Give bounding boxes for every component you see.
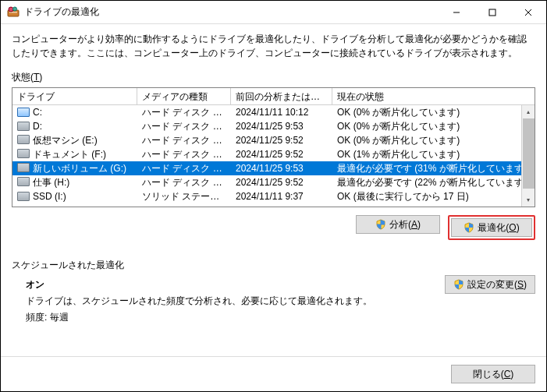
drive-name: ドキュメント (F:) xyxy=(33,149,106,160)
status-label-suffix: ) xyxy=(39,72,42,83)
drive-icon xyxy=(17,122,30,131)
status-label-prefix: 状態( xyxy=(12,72,34,83)
drive-icon xyxy=(17,135,30,144)
table-row[interactable]: C:ハード ディスク ドライブ2024/11/11 10:12OK (0% が断… xyxy=(12,105,535,119)
svg-rect-5 xyxy=(489,9,495,16)
shield-icon xyxy=(375,219,386,230)
titlebar: ドライブの最適化 xyxy=(1,1,546,24)
analyze-button[interactable]: 分析(A) xyxy=(356,215,440,234)
settings-label: 設定の変更(S) xyxy=(467,278,527,291)
status-label: 状態(T) xyxy=(12,71,535,84)
drive-last: 2024/11/25 9:53 xyxy=(231,120,332,132)
col-drive[interactable]: ドライブ xyxy=(12,88,137,104)
maximize-button[interactable] xyxy=(474,1,510,24)
table-row[interactable]: ドキュメント (F:)ハード ディスク ドライブ2024/11/25 9:52O… xyxy=(12,147,535,161)
drive-media: ハード ディスク ドライブ xyxy=(137,175,231,190)
table-row[interactable]: 新しいボリューム (G:)ハード ディスク ドライブ2024/11/25 9:5… xyxy=(12,161,535,175)
scroll-down-icon[interactable]: ▾ xyxy=(522,193,535,207)
close-dialog-button[interactable]: 閉じる(C) xyxy=(451,365,535,383)
drive-media: ハード ディスク ドライブ xyxy=(137,105,231,120)
schedule-desc: ドライブは、スケジュールされた頻度で分析され、必要に応じて最適化されます。 xyxy=(26,295,535,308)
table-row[interactable]: 仮想マシン (E:)ハード ディスク ドライブ2024/11/25 9:52OK… xyxy=(12,133,535,147)
change-settings-button[interactable]: 設定の変更(S) xyxy=(445,275,535,294)
drive-media: ハード ディスク ドライブ xyxy=(137,119,231,134)
drive-name: 仕事 (H:) xyxy=(33,177,69,188)
minimize-button[interactable] xyxy=(439,1,474,24)
app-icon xyxy=(7,6,20,19)
shield-icon xyxy=(464,222,474,233)
drive-media: ハード ディスク ドライブ xyxy=(137,161,231,176)
drive-name: C: xyxy=(33,107,42,118)
analyze-label: 分析(A) xyxy=(389,218,421,231)
drive-icon xyxy=(17,163,30,172)
drive-last: 2024/11/11 10:12 xyxy=(231,106,332,118)
drive-status: OK (0% が断片化しています) xyxy=(332,119,535,134)
optimize-highlight: 最適化(O) xyxy=(448,215,535,240)
shield-icon xyxy=(453,279,464,290)
drive-listview[interactable]: ドライブ メディアの種類 前回の分析または最... 現在の状態 C:ハード ディ… xyxy=(12,87,535,207)
drive-last: 2024/11/25 9:52 xyxy=(231,176,332,189)
scroll-up-icon[interactable]: ▴ xyxy=(522,105,535,118)
drive-media: ハード ディスク ドライブ xyxy=(137,147,231,162)
drive-last: 2024/11/25 9:52 xyxy=(231,148,332,161)
drive-status: OK (0% が断片化しています) xyxy=(332,133,535,148)
drive-icon xyxy=(17,177,30,186)
description-text: コンピューターがより効率的に動作するようにドライブを最適化したり、ドライブを分析… xyxy=(12,32,535,60)
drive-status: 最適化が必要です (31% が断片化しています) xyxy=(332,161,535,176)
footer: 閉じる(C) xyxy=(1,356,546,391)
col-media[interactable]: メディアの種類 xyxy=(137,88,231,104)
drive-icon xyxy=(17,192,30,201)
drive-media: ソリッド ステート ドライブ xyxy=(137,189,231,204)
listview-header: ドライブ メディアの種類 前回の分析または最... 現在の状態 xyxy=(12,88,535,105)
drive-name: SSD (I:) xyxy=(33,191,66,202)
drive-last: 2024/11/25 9:53 xyxy=(231,162,332,175)
col-last[interactable]: 前回の分析または最... xyxy=(231,88,332,104)
drive-icon xyxy=(17,108,30,117)
listview-scrollbar[interactable]: ▴ ▾ xyxy=(521,105,535,207)
close-label: 閉じる(C) xyxy=(473,368,514,381)
table-row[interactable]: D:ハード ディスク ドライブ2024/11/25 9:53OK (0% が断片… xyxy=(12,119,535,133)
svg-point-3 xyxy=(13,7,17,11)
window-title: ドライブの最適化 xyxy=(24,5,99,19)
table-row[interactable]: 仕事 (H:)ハード ディスク ドライブ2024/11/25 9:52最適化が必… xyxy=(12,175,535,189)
table-row[interactable]: SSD (I:)ソリッド ステート ドライブ2024/11/11 9:37OK … xyxy=(12,189,535,203)
schedule-section-label: スケジュールされた最適化 xyxy=(12,259,535,272)
drive-media: ハード ディスク ドライブ xyxy=(137,133,231,148)
drive-name: 新しいボリューム (G:) xyxy=(33,163,126,174)
drive-last: 2024/11/25 9:52 xyxy=(231,134,332,147)
drive-status: OK (1% が断片化しています) xyxy=(332,147,535,162)
drive-status: OK (最後に実行してから 17 日) xyxy=(332,189,535,204)
drive-status: OK (0% が断片化しています) xyxy=(332,105,535,120)
scroll-thumb[interactable] xyxy=(523,118,535,189)
drive-status: 最適化が必要です (22% が断片化しています) xyxy=(332,175,535,190)
drive-name: D: xyxy=(33,121,42,132)
drive-last: 2024/11/11 9:37 xyxy=(231,190,332,203)
col-status[interactable]: 現在の状態 xyxy=(332,88,535,104)
optimize-label: 最適化(O) xyxy=(478,221,519,235)
schedule-freq: 頻度: 毎週 xyxy=(26,311,535,324)
drive-icon xyxy=(17,149,30,158)
close-button[interactable] xyxy=(510,1,546,24)
optimize-button[interactable]: 最適化(O) xyxy=(451,218,532,237)
drive-name: 仮想マシン (E:) xyxy=(33,135,98,146)
